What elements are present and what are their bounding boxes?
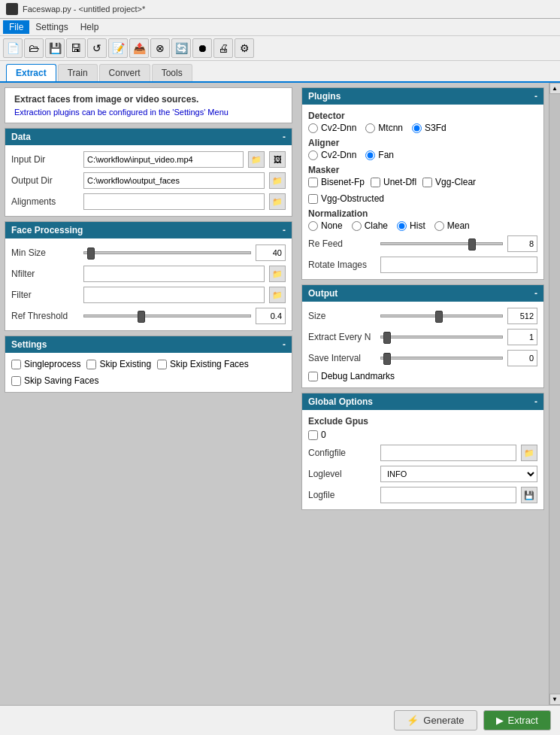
skip-existing-faces-checkbox[interactable] bbox=[157, 360, 167, 369]
loglevel-select[interactable]: DEBUG INFO WARNING ERROR CRITICAL bbox=[380, 466, 537, 482]
toolbar-btn-new[interactable]: 📄 bbox=[3, 38, 23, 58]
detector-cv2dnn-label: Cv2-Dnn bbox=[321, 123, 356, 133]
face-processing-collapse[interactable]: - bbox=[283, 225, 286, 235]
scroll-down-arrow[interactable]: ▼ bbox=[549, 694, 561, 705]
singleprocess-checkbox[interactable] bbox=[11, 360, 21, 369]
tab-tools[interactable]: Tools bbox=[152, 64, 192, 81]
input-dir-field[interactable] bbox=[83, 151, 244, 168]
tab-convert[interactable]: Convert bbox=[99, 64, 150, 81]
toolbar-btn-save[interactable]: 💾 bbox=[45, 38, 65, 58]
configfile-field[interactable] bbox=[380, 445, 516, 461]
input-dir-browse-btn[interactable]: 📁 bbox=[248, 151, 265, 168]
size-value[interactable] bbox=[507, 308, 537, 324]
menu-file[interactable]: File bbox=[3, 20, 29, 34]
extract-every-n-value[interactable] bbox=[507, 329, 537, 345]
input-dir-img-btn[interactable]: 🖼 bbox=[269, 151, 286, 168]
configfile-browse-btn[interactable]: 📁 bbox=[521, 445, 537, 461]
toolbar-btn-stop[interactable]: ⊗ bbox=[150, 38, 170, 58]
detector-label: Detector bbox=[308, 111, 537, 121]
re-feed-label: Re Feed bbox=[308, 238, 376, 249]
detector-s3fd-radio[interactable] bbox=[412, 123, 422, 133]
global-options-header: Global Options - bbox=[302, 393, 543, 410]
extract-every-n-slider[interactable] bbox=[380, 336, 503, 339]
scroll-up-arrow[interactable]: ▲ bbox=[549, 83, 561, 94]
gpu0-checkbox[interactable] bbox=[308, 430, 318, 440]
loglevel-row: Loglevel DEBUG INFO WARNING ERROR CRITIC… bbox=[308, 466, 537, 482]
masker-vggobstructed-checkbox[interactable] bbox=[308, 194, 318, 204]
toolbar-btn-record[interactable]: ⏺ bbox=[192, 38, 212, 58]
masker-bisenet-checkbox[interactable] bbox=[308, 178, 318, 187]
detector-mtcnn: Mtcnn bbox=[365, 123, 403, 133]
plugins-collapse[interactable]: - bbox=[534, 91, 537, 102]
norm-hist-radio[interactable] bbox=[397, 221, 407, 231]
toolbar-btn-output[interactable]: 📤 bbox=[129, 38, 149, 58]
generate-button[interactable]: ⚡ Generate bbox=[394, 710, 477, 730]
toolbar-btn-open[interactable]: 🗁 bbox=[24, 38, 44, 58]
nfilter-field[interactable] bbox=[83, 266, 265, 282]
ref-threshold-slider[interactable] bbox=[83, 314, 251, 317]
skip-saving-faces-checkbox[interactable] bbox=[11, 376, 21, 386]
tab-train[interactable]: Train bbox=[58, 64, 98, 81]
min-size-slider[interactable] bbox=[83, 251, 251, 254]
masker-unet-checkbox[interactable] bbox=[371, 178, 380, 187]
window-title: Faceswap.py - <untitled project>* bbox=[23, 5, 145, 14]
rotate-images-field[interactable] bbox=[380, 257, 537, 273]
logfile-field[interactable] bbox=[380, 487, 516, 503]
loglevel-label: Loglevel bbox=[308, 469, 376, 479]
output-title: Output bbox=[308, 288, 338, 299]
filter-browse-btn[interactable]: 📁 bbox=[269, 287, 286, 303]
detector-cv2dnn-radio[interactable] bbox=[308, 123, 318, 133]
re-feed-slider[interactable] bbox=[380, 242, 503, 245]
skip-existing-checkbox[interactable] bbox=[86, 360, 96, 369]
toolbar-btn-refresh[interactable]: 🔄 bbox=[171, 38, 191, 58]
aligner-fan-radio[interactable] bbox=[365, 150, 375, 160]
menu-help[interactable]: Help bbox=[74, 20, 105, 34]
data-section: Data - Input Dir 📁 🖼 Output Dir 📁 bbox=[5, 128, 292, 217]
filter-label: Filter bbox=[11, 290, 79, 300]
skip-saving-faces-label: Skip Saving Faces bbox=[24, 375, 98, 386]
norm-mean-radio[interactable] bbox=[434, 221, 444, 231]
masker-vggclear-row: Vgg-Clear bbox=[422, 177, 476, 187]
re-feed-value[interactable] bbox=[507, 235, 537, 252]
data-section-collapse[interactable]: - bbox=[283, 132, 286, 142]
alignments-field[interactable] bbox=[83, 193, 265, 210]
toolbar-btn-reload[interactable]: ↺ bbox=[87, 38, 107, 58]
tab-extract[interactable]: Extract bbox=[6, 64, 56, 81]
alignments-browse-btn[interactable]: 📁 bbox=[269, 193, 286, 210]
norm-none-radio[interactable] bbox=[308, 221, 318, 231]
plugins-header: Plugins - bbox=[302, 88, 543, 105]
toolbar-btn-script[interactable]: 📝 bbox=[108, 38, 128, 58]
aligner-cv2dnn-radio[interactable] bbox=[308, 150, 318, 160]
debug-landmarks-checkbox[interactable] bbox=[308, 372, 318, 381]
filter-field[interactable] bbox=[83, 287, 265, 303]
logfile-save-btn[interactable]: 💾 bbox=[521, 487, 537, 503]
global-options-body: Exclude Gpus 0 Configfile 📁 Loglevel bbox=[302, 410, 543, 509]
detector-s3fd-label: S3Fd bbox=[425, 123, 446, 133]
nfilter-browse-btn[interactable]: 📁 bbox=[269, 266, 286, 282]
toolbar-btn-print[interactable]: 🖨 bbox=[213, 38, 233, 58]
norm-clahe-radio[interactable] bbox=[352, 221, 362, 231]
global-options-collapse[interactable]: - bbox=[534, 396, 537, 407]
save-interval-value[interactable] bbox=[507, 350, 537, 366]
alignments-label: Alignments bbox=[11, 196, 79, 207]
masker-vggclear-checkbox[interactable] bbox=[422, 178, 432, 187]
save-interval-slider[interactable] bbox=[380, 357, 503, 360]
scroll-track[interactable] bbox=[549, 94, 561, 694]
detector-mtcnn-radio[interactable] bbox=[365, 123, 375, 133]
toolbar-btn-settings[interactable]: ⚙ bbox=[235, 38, 254, 58]
size-slider[interactable] bbox=[380, 314, 503, 317]
scrollbar[interactable]: ▲ ▼ bbox=[549, 83, 560, 705]
settings-section-collapse[interactable]: - bbox=[283, 339, 286, 350]
detector-s3fd: S3Fd bbox=[412, 123, 446, 133]
menu-settings[interactable]: Settings bbox=[29, 20, 74, 34]
masker-checkboxes: Bisenet-Fp Unet-Dfl Vgg-Clear Vgg-O bbox=[308, 177, 537, 204]
output-collapse[interactable]: - bbox=[534, 288, 537, 299]
extract-button[interactable]: ▶ Extract bbox=[483, 710, 551, 730]
alignments-row: Alignments 📁 bbox=[11, 193, 286, 210]
min-size-value[interactable] bbox=[256, 244, 286, 261]
output-dir-browse-btn[interactable]: 📁 bbox=[269, 172, 286, 189]
skip-existing-label: Skip Existing bbox=[99, 359, 151, 369]
toolbar-btn-saveas[interactable]: 🖫 bbox=[66, 38, 86, 58]
output-dir-field[interactable] bbox=[83, 172, 265, 189]
ref-threshold-value[interactable] bbox=[256, 308, 286, 324]
